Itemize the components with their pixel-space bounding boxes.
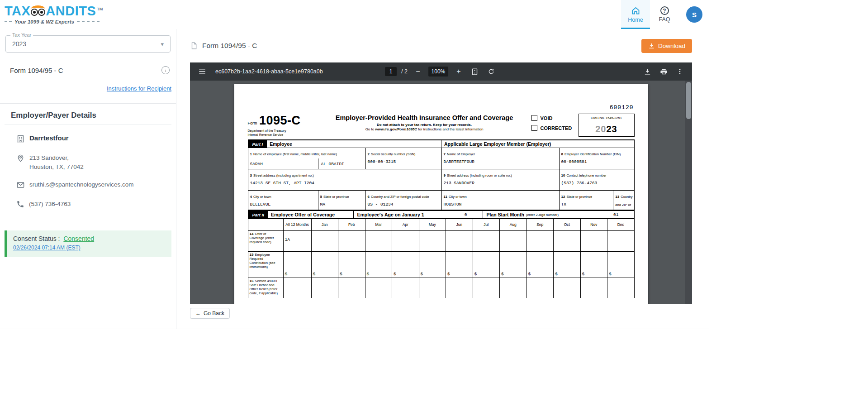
rotate-icon[interactable] — [485, 66, 497, 77]
form-checkboxes: VOID CORRECTED — [528, 114, 579, 137]
field-3-street: 3Street address (including apartment no.… — [248, 169, 442, 191]
location-pin-icon — [16, 154, 25, 164]
trademark-symbol: TM — [97, 7, 103, 11]
field-13-zip: 13Country and ZIP or foreign postal code… — [613, 191, 634, 210]
envelope-icon — [16, 181, 25, 191]
dollar-cell: $ — [473, 252, 500, 278]
nav-faq[interactable]: ? FAQ — [650, 0, 679, 29]
psm-paren: (enter 2-digit number) — [526, 213, 559, 217]
month-header: Jan — [311, 219, 338, 231]
download-label: Download — [658, 43, 685, 49]
month-cell — [311, 231, 338, 252]
zoom-in-icon[interactable]: + — [453, 66, 465, 77]
ein-value: 00-0000501 — [561, 159, 633, 164]
print-icon[interactable] — [658, 66, 669, 77]
phone-icon — [16, 200, 24, 210]
employer-address: 213 Sandover, Houston, TX, 77042 — [29, 153, 84, 171]
part1-left: Part I Employee — [248, 140, 441, 148]
psm-label: Plan Start Month — [487, 212, 524, 217]
omb-number: OMB No. 1545-2251 — [579, 114, 634, 122]
omb-box: OMB No. 1545-2251 2023 — [579, 114, 635, 137]
coverage-months-table: All 12 Months Jan Feb Mar Apr May Jun Ju… — [248, 219, 635, 298]
field-6-zip: 6Country and ZIP or foreign postal code … — [366, 191, 442, 210]
row-16-safe-harbor: 16Section 4980H Safe Harbor and Other Re… — [248, 278, 634, 298]
month-cell — [526, 278, 554, 298]
tax-year-label: Tax Year — [10, 32, 33, 38]
menu-icon[interactable] — [196, 66, 208, 77]
void-label: VOID — [541, 115, 553, 121]
zoom-level[interactable]: 100% — [428, 67, 448, 77]
consent-timestamp-link[interactable]: 02/26/2024 07:14 AM (EST) — [13, 244, 81, 251]
page-number-input[interactable]: 1 — [385, 67, 397, 76]
scrollbar-thumb[interactable] — [686, 82, 691, 119]
month-cell — [580, 231, 607, 252]
tax-year-value: 2023 — [12, 40, 26, 48]
pdf-toolbar-center: 1 / 2 − 100% + — [385, 66, 497, 77]
part1-grid: 1Name of employee (first name, middle in… — [248, 148, 635, 210]
more-options-icon[interactable] — [674, 66, 686, 77]
employer-name-value: DARRTESTFOUR — [444, 159, 557, 164]
owl-eye-left — [31, 9, 38, 16]
month-cell — [338, 231, 365, 252]
consent-label: Consent Status : — [13, 235, 60, 242]
dollar-cell: $ — [392, 252, 419, 278]
field-1-values: SARAH AL OBAIDI — [250, 159, 364, 167]
form-note-2: Go to www.irs.gov/Form1095C for instruct… — [324, 127, 525, 131]
month-cell — [419, 231, 446, 252]
field-4-city: 4City or town BELLEVUE — [248, 191, 318, 210]
dollar-cell: $ — [338, 252, 365, 278]
age-value: 0 — [465, 212, 467, 217]
info-icon[interactable]: i — [161, 66, 170, 74]
employer-state-value: TX — [561, 202, 612, 207]
year-suffix: 23 — [607, 124, 617, 134]
user-avatar[interactable]: S — [686, 6, 702, 23]
pdf-download-icon[interactable] — [641, 66, 653, 77]
go-back-label: Go Back — [204, 310, 224, 316]
logo-text-andits: ANDITS — [46, 5, 96, 18]
pdf-scrollbar[interactable] — [685, 81, 692, 304]
consent-status-link[interactable]: Consented — [63, 235, 94, 242]
nav-home[interactable]: Home — [621, 0, 650, 29]
employer-city-value: HOUSTON — [444, 202, 557, 207]
employer-name-row: Darrtestfour — [16, 134, 176, 144]
zoom-out-icon[interactable]: − — [412, 66, 424, 77]
employer-email: sruthi.s@spantechnologyservices.com — [29, 180, 134, 189]
month-header: Jul — [473, 219, 500, 231]
month-header: Aug — [500, 219, 527, 231]
months-header-blank — [248, 219, 283, 231]
month-cell — [365, 231, 392, 252]
go-back-button[interactable]: ← Go Back — [190, 308, 230, 319]
part1-tag: Part I — [248, 140, 267, 148]
fit-page-icon[interactable] — [469, 66, 481, 77]
part2-left: Part II Employee Offer of Coverage — [248, 211, 353, 218]
month-cell — [419, 278, 446, 298]
address-line-2: Houston, TX, 77042 — [29, 163, 84, 170]
row-15-label: 15Employee Required Contribution (see in… — [248, 252, 283, 278]
corrected-checkbox-row: CORRECTED — [531, 125, 577, 131]
sidebar-form-title: Form 1094/95 - C — [10, 67, 63, 74]
taxbandits-logo[interactable]: TAX ANDITS TM Your 1099 & W2 Experts — [5, 5, 100, 24]
tax-year-select[interactable]: Tax Year 2023 ▾ — [5, 35, 171, 53]
pdf-toolbar-right — [641, 66, 686, 77]
employer-phone: (537) 736-4763 — [29, 200, 71, 209]
part1-right-title: Applicable Large Employer Member (Employ… — [444, 141, 551, 147]
field-8-ein: 8Employer Identification Number (EIN) 00… — [560, 148, 635, 169]
nav-home-label: Home — [628, 17, 643, 23]
form-note-1: Do not attach to your tax return. Keep f… — [324, 123, 525, 127]
month-cell — [500, 231, 527, 252]
pdf-filename: ec607b2b-1aa2-4618-abaa-5ce1e9780a0b — [215, 68, 323, 75]
consent-line: Consent Status : Consented — [13, 235, 165, 242]
form-1095c-page: 600120 Form 1095-C Department of the Tre… — [234, 84, 648, 304]
part1-bar: Part I Employee Applicable Large Employe… — [248, 139, 635, 148]
form-number-line: Form 1095-C — [248, 114, 321, 128]
dollar-cell: $ — [526, 252, 554, 278]
dollar-cell: $ — [580, 252, 607, 278]
month-cell — [473, 231, 500, 252]
row-14-label: 14Offer of Coverage (enter required code… — [248, 231, 283, 252]
dollar-cell: $ — [365, 252, 392, 278]
dollar-cell: $ — [446, 252, 473, 278]
instructions-for-recipient-link[interactable]: Instructions for Recipient — [107, 85, 171, 92]
nav-faq-label: FAQ — [659, 16, 670, 23]
field-1-label: Name of employee (first name, middle ini… — [253, 152, 337, 156]
download-button[interactable]: Download — [641, 39, 692, 53]
